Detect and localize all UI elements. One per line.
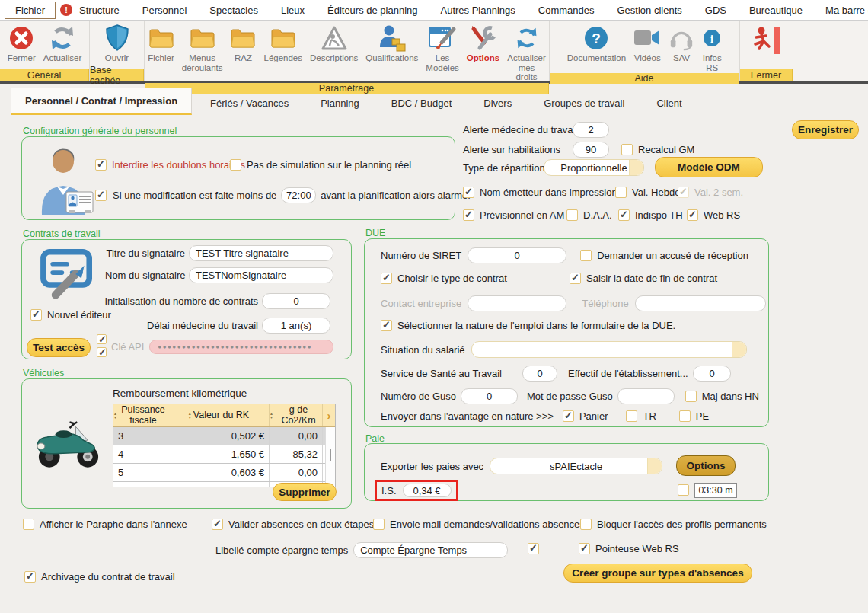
- nom-emetteur-checkbox[interactable]: [463, 187, 474, 198]
- bloquer-acces-checkbox[interactable]: [580, 519, 592, 530]
- tab-personnel-contrat-impression[interactable]: Personnel / Contrat / Impression: [11, 88, 192, 115]
- web-rs-checkbox[interactable]: [687, 209, 698, 221]
- choisir-type-contrat-checkbox[interactable]: [381, 273, 392, 284]
- table-header-chevron-icon[interactable]: ›: [323, 409, 335, 422]
- tab-bdc-budget[interactable]: BDC / Budget: [378, 91, 466, 115]
- menu-item-gestion-clients[interactable]: Gestion clients: [608, 2, 692, 18]
- ouvrir-button[interactable]: Ouvrir: [102, 22, 132, 64]
- paie-options-button[interactable]: Options: [676, 455, 736, 476]
- table-scrollbar[interactable]: [325, 427, 335, 487]
- tab-client[interactable]: Client: [643, 91, 695, 115]
- api-checkbox-1[interactable]: [97, 334, 107, 344]
- previsionnel-am-checkbox[interactable]: [463, 209, 474, 221]
- init-contrats-input[interactable]: 0: [262, 293, 330, 309]
- daa-checkbox[interactable]: [566, 209, 578, 221]
- menu-item-autres-plannings[interactable]: Autres Plannings: [431, 2, 525, 18]
- options-button[interactable]: Options: [464, 22, 503, 64]
- libelle-cet-checkbox[interactable]: [528, 543, 539, 554]
- table-header-co2[interactable]: ▲▼g de Co2/Km: [270, 404, 323, 426]
- siret-input[interactable]: 0: [468, 247, 566, 263]
- enregistrer-button[interactable]: Enregistrer: [792, 120, 859, 139]
- api-checkbox-2[interactable]: [97, 347, 107, 357]
- indispo-th-checkbox[interactable]: [618, 209, 630, 221]
- scrollbar-thumb[interactable]: [330, 449, 331, 461]
- alerte-medecine-input[interactable]: 2: [573, 122, 609, 138]
- raz-button[interactable]: RAZ: [227, 22, 259, 64]
- archivage-checkbox[interactable]: [24, 571, 36, 583]
- table-header-puissance[interactable]: ▲▼Puissance fiscale: [113, 404, 168, 426]
- fichier-param-button[interactable]: Fichier: [145, 22, 177, 64]
- paie-time-input[interactable]: 03:30 m: [694, 483, 737, 498]
- mdp-guso-input[interactable]: [617, 388, 675, 404]
- tr-checkbox[interactable]: [626, 410, 637, 422]
- modification-alarme-checkbox[interactable]: [95, 190, 107, 201]
- menu-item-lieux[interactable]: Lieux: [271, 2, 314, 18]
- envoie-mail-checkbox[interactable]: [373, 519, 385, 530]
- modele-odm-button[interactable]: Modèle ODM: [655, 157, 763, 177]
- menus-deroulants-button[interactable]: Menus déroulants: [179, 22, 226, 73]
- val-hebdo-checkbox[interactable]: [615, 187, 627, 198]
- export-paies-dropdown[interactable]: sPAIEctacle: [490, 458, 662, 474]
- menu-item-personnel[interactable]: Personnel: [132, 2, 197, 18]
- contact-entreprise-input[interactable]: [468, 295, 566, 311]
- menu-item-gds[interactable]: GDS: [695, 2, 736, 18]
- valider-absences-checkbox[interactable]: [212, 519, 223, 530]
- pe-checkbox[interactable]: [679, 410, 691, 422]
- videos-button[interactable]: Vidéos: [630, 22, 664, 64]
- tab-groupes-travail[interactable]: Groupes de travail: [530, 91, 638, 115]
- panier-checkbox[interactable]: [563, 410, 574, 422]
- menu-item-bureautique[interactable]: Bureautique: [739, 2, 812, 18]
- paraphe-checkbox[interactable]: [23, 519, 34, 530]
- table-row[interactable]: 5 0,603 € 0,00: [113, 464, 335, 482]
- qualifications-button[interactable]: Qualifications: [362, 22, 421, 64]
- actualiser-mes-droits-button[interactable]: Actualiser mes droits: [504, 22, 549, 83]
- documentation-button[interactable]: ? Documentation: [564, 22, 629, 64]
- interdire-doublons-checkbox[interactable]: [95, 159, 107, 171]
- alerte-habilitations-input[interactable]: 90: [573, 142, 609, 158]
- les-modeles-button[interactable]: Les Modèles: [423, 22, 461, 73]
- delai-medecine-input[interactable]: 1 an(s): [262, 318, 330, 334]
- menu-item-spectacles[interactable]: Spectacles: [199, 2, 268, 18]
- fermer-app-button[interactable]: Fermer: [5, 22, 39, 64]
- creer-groupe-button[interactable]: Créer groupe sur types d'absences: [563, 564, 752, 583]
- table-row[interactable]: 3 0,502 € 0,00: [113, 427, 335, 445]
- menu-item-ma-barre-outils[interactable]: Ma barre d'outils: [815, 2, 868, 18]
- accuse-reception-checkbox[interactable]: [580, 250, 592, 261]
- table-row[interactable]: 4 1,650 € 85,32: [113, 445, 335, 464]
- libelle-cet-input[interactable]: Compte Épargne Temps: [353, 542, 508, 558]
- pointeuse-checkbox[interactable]: [579, 543, 590, 554]
- paie-time-checkbox[interactable]: [678, 484, 689, 496]
- tab-planning[interactable]: Planning: [307, 91, 373, 115]
- actualiser-button[interactable]: Actualiser: [40, 22, 85, 64]
- infos-rs-button[interactable]: i Infos RS: [699, 22, 725, 73]
- nature-emploi-checkbox[interactable]: [381, 320, 392, 331]
- descriptions-button[interactable]: Descriptions: [307, 22, 361, 64]
- recalcul-gm-checkbox[interactable]: [621, 144, 633, 155]
- menu-item-editeurs-planning[interactable]: Éditeurs de planning: [318, 2, 428, 18]
- tab-divers[interactable]: Divers: [470, 91, 525, 115]
- is-input[interactable]: 0,34 €: [403, 484, 452, 497]
- tab-feries-vacances[interactable]: Fériés / Vacances: [196, 91, 302, 115]
- titre-signataire-input[interactable]: TEST Titre signataire: [189, 245, 333, 261]
- legendes-button[interactable]: Légendes: [260, 22, 305, 64]
- sante-travail-input[interactable]: 0: [522, 366, 557, 382]
- effectif-input[interactable]: 0: [693, 366, 731, 382]
- nom-signataire-input[interactable]: TESTNomSignataire: [189, 267, 333, 283]
- table-header-valeur-rk[interactable]: ▲▼Valeur du RK: [168, 404, 270, 426]
- telephone-input[interactable]: [635, 295, 766, 311]
- pas-simulation-checkbox[interactable]: [230, 159, 241, 171]
- test-acces-button[interactable]: Test accès: [27, 338, 91, 357]
- cle-api-input[interactable]: ●●●●●●●●●●●●●●●●●●●●●●●●●●●●●●●●: [149, 340, 333, 354]
- repartition-dropdown[interactable]: Proportionnelle: [544, 159, 644, 176]
- nouvel-editeur-checkbox[interactable]: [30, 309, 42, 321]
- numero-guso-input[interactable]: 0: [461, 388, 518, 404]
- sav-button[interactable]: SAV: [665, 22, 697, 64]
- situation-salarie-dropdown[interactable]: [471, 341, 747, 358]
- menu-item-structure[interactable]: Structure: [69, 2, 129, 18]
- menu-item-commandes[interactable]: Commandes: [528, 2, 605, 18]
- maj-hn-checkbox[interactable]: [685, 391, 697, 402]
- modification-delai-input[interactable]: 72:00: [281, 187, 316, 203]
- menu-item-fichier[interactable]: Fichier: [5, 2, 56, 19]
- exit-button[interactable]: [748, 22, 786, 59]
- date-fin-contrat-checkbox[interactable]: [570, 273, 581, 284]
